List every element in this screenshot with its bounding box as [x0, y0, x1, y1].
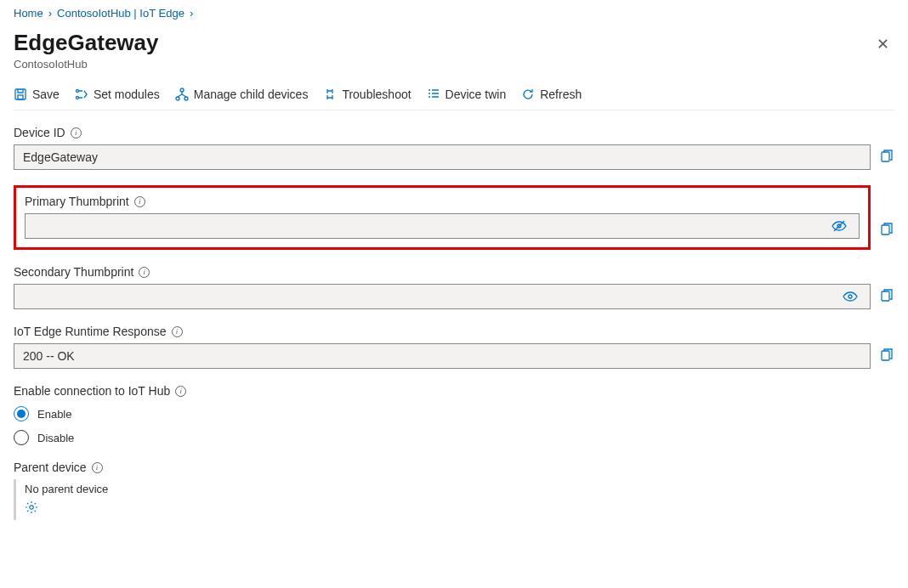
runtime-response-value: 200 -- OK: [23, 349, 75, 363]
disable-radio[interactable]: Disable: [14, 430, 894, 445]
copy-button[interactable]: [879, 150, 894, 165]
info-icon[interactable]: i: [172, 326, 183, 337]
info-icon[interactable]: i: [175, 386, 186, 397]
refresh-label: Refresh: [540, 88, 582, 101]
svg-rect-7: [882, 152, 889, 161]
primary-thumbprint-highlight: Primary Thumbprint i: [14, 185, 871, 250]
info-icon[interactable]: i: [134, 196, 145, 207]
gear-icon: [25, 500, 38, 514]
parent-device-value: No parent device: [25, 483, 894, 495]
device-id-value: EdgeGateway: [23, 150, 98, 164]
svg-rect-9: [882, 225, 889, 235]
svg-rect-1: [18, 95, 23, 99]
chevron-right-icon: ›: [48, 7, 52, 20]
info-icon[interactable]: i: [92, 462, 103, 473]
svg-point-6: [184, 97, 188, 100]
enable-radio[interactable]: Enable: [14, 406, 894, 421]
list-icon: [427, 88, 440, 101]
svg-point-5: [176, 97, 179, 100]
runtime-response-label: IoT Edge Runtime Response: [14, 325, 167, 338]
radio-icon: [14, 430, 29, 445]
manage-children-label: Manage child devices: [194, 88, 309, 101]
chevron-right-icon: ›: [190, 7, 193, 20]
primary-thumbprint-input[interactable]: [25, 213, 860, 239]
breadcrumb-hub[interactable]: ContosoIotHub | IoT Edge: [57, 7, 184, 20]
parent-device-field: Parent device i No parent device: [14, 461, 894, 520]
device-twin-button[interactable]: Device twin: [427, 88, 507, 101]
parent-device-settings-button[interactable]: [25, 500, 894, 517]
secondary-thumbprint-input[interactable]: [14, 284, 871, 309]
svg-point-4: [180, 88, 184, 92]
svg-point-2: [76, 90, 78, 93]
close-button[interactable]: ✕: [871, 30, 894, 59]
hierarchy-icon: [175, 88, 189, 101]
info-icon[interactable]: i: [139, 267, 150, 278]
save-button[interactable]: Save: [14, 88, 60, 101]
modules-icon: [75, 88, 88, 101]
svg-point-3: [76, 97, 78, 99]
enable-connection-field: Enable connection to IoT Hub i Enable Di…: [14, 384, 894, 445]
secondary-thumbprint-field: Secondary Thumbprint i: [14, 265, 894, 309]
breadcrumb: Home › ContosoIotHub | IoT Edge ›: [14, 7, 894, 20]
set-modules-button[interactable]: Set modules: [75, 88, 160, 101]
svg-rect-12: [882, 351, 889, 360]
troubleshoot-button[interactable]: Troubleshoot: [323, 88, 411, 101]
eye-icon[interactable]: [831, 218, 847, 234]
device-twin-label: Device twin: [445, 88, 507, 101]
device-id-field: Device ID i EdgeGateway: [14, 126, 894, 170]
svg-point-13: [30, 506, 33, 509]
parent-device-label: Parent device: [14, 461, 87, 474]
info-icon[interactable]: i: [71, 127, 82, 139]
breadcrumb-home[interactable]: Home: [14, 7, 43, 20]
copy-button[interactable]: [879, 289, 894, 304]
troubleshoot-label: Troubleshoot: [342, 88, 411, 101]
refresh-icon: [521, 88, 535, 101]
enable-connection-label: Enable connection to IoT Hub: [14, 384, 170, 398]
page-subtitle: ContosoIotHub: [14, 58, 159, 71]
toolbar: Save Set modules Manage child devices Tr…: [14, 82, 894, 110]
runtime-response-input[interactable]: 200 -- OK: [14, 343, 871, 369]
svg-rect-11: [882, 291, 889, 301]
device-id-label: Device ID: [14, 126, 65, 139]
disable-radio-label: Disable: [37, 432, 74, 444]
manage-children-button[interactable]: Manage child devices: [175, 88, 309, 101]
eye-icon[interactable]: [843, 289, 858, 304]
runtime-response-field: IoT Edge Runtime Response i 200 -- OK: [14, 325, 894, 369]
save-label: Save: [32, 88, 60, 101]
svg-rect-0: [15, 89, 26, 99]
troubleshoot-icon: [323, 88, 337, 101]
enable-radio-label: Enable: [37, 408, 71, 421]
copy-button[interactable]: [879, 223, 894, 238]
secondary-thumbprint-label: Secondary Thumbprint: [14, 265, 133, 279]
page-title: EdgeGateway: [14, 30, 159, 56]
copy-button[interactable]: [879, 348, 894, 364]
refresh-button[interactable]: Refresh: [521, 88, 582, 101]
primary-thumbprint-label: Primary Thumbprint: [25, 195, 129, 208]
save-icon: [14, 88, 27, 101]
set-modules-label: Set modules: [94, 88, 160, 101]
radio-icon: [14, 406, 29, 421]
svg-point-10: [848, 295, 852, 298]
device-id-input[interactable]: EdgeGateway: [14, 144, 871, 170]
